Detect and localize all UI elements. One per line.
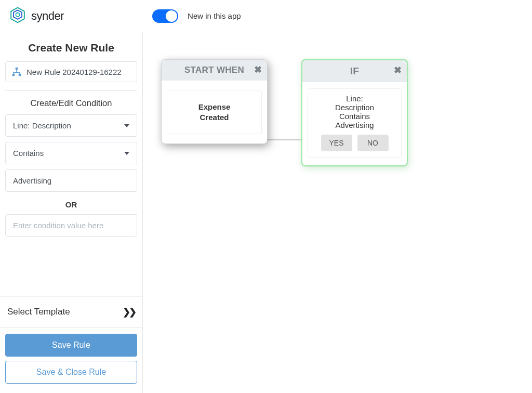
condition-section-title: Create/Edit Condition xyxy=(5,98,137,108)
or-label: OR xyxy=(5,200,137,209)
brand-logo: synder xyxy=(9,7,64,25)
close-icon[interactable]: ✖ xyxy=(394,64,402,76)
rule-name-field[interactable]: New Rule 20240129-16222 xyxy=(5,61,137,82)
svg-marker-1 xyxy=(14,10,22,19)
start-when-header: START WHEN ✖ xyxy=(162,60,267,81)
svg-rect-4 xyxy=(12,74,15,76)
select-template-row[interactable]: Select Template ❯❯ xyxy=(0,296,142,327)
app-header: synder New in this app xyxy=(0,0,532,32)
if-line-3: Contains xyxy=(311,112,398,121)
new-in-app-toggle[interactable] xyxy=(152,9,178,23)
if-header: IF ✖ xyxy=(302,60,407,82)
rule-name-text: New Rule 20240129-16222 xyxy=(26,68,122,76)
svg-point-2 xyxy=(16,12,19,16)
synder-logo-icon xyxy=(9,7,26,25)
select-template-label: Select Template xyxy=(7,307,70,317)
sidebar-title: Create New Rule xyxy=(5,42,137,54)
if-node[interactable]: IF ✖ Line: Description Contains Advertis… xyxy=(301,59,408,166)
header-toggle-group: New in this app xyxy=(152,9,241,23)
if-yes-button[interactable]: YES xyxy=(321,135,352,151)
divider xyxy=(5,90,137,91)
condition-operator-select[interactable]: Contains xyxy=(5,142,137,164)
condition-alt-value-input[interactable] xyxy=(5,214,137,237)
if-no-button[interactable]: NO xyxy=(357,135,389,151)
if-line-2: Description xyxy=(311,103,398,112)
new-in-app-label: New in this app xyxy=(188,11,241,20)
sitemap-icon xyxy=(12,67,21,76)
close-icon[interactable]: ✖ xyxy=(254,64,262,75)
start-when-title: START WHEN xyxy=(184,65,244,75)
brand-name: synder xyxy=(31,9,64,23)
double-chevron-right-icon: ❯❯ xyxy=(123,306,135,318)
condition-field-select[interactable]: Line: Description xyxy=(5,114,137,137)
save-close-rule-button[interactable]: Save & Close Rule xyxy=(5,361,137,384)
if-line-4: Advertising xyxy=(311,121,398,129)
svg-rect-5 xyxy=(19,74,21,76)
start-when-body: ExpenseCreated xyxy=(167,90,262,134)
condition-field-value: Line: Description xyxy=(13,121,71,130)
condition-value-input[interactable] xyxy=(5,169,137,192)
condition-operator-value: Contains xyxy=(13,149,44,158)
if-body: Line: Description Contains Advertising Y… xyxy=(308,88,402,158)
if-line-1: Line: xyxy=(311,94,398,103)
chevron-down-icon xyxy=(124,152,129,155)
chevron-down-icon xyxy=(124,124,129,127)
rule-sidebar: Create New Rule New Rule 20240129-16222 … xyxy=(0,32,143,393)
rule-canvas[interactable]: START WHEN ✖ ExpenseCreated IF ✖ Line: xyxy=(143,32,532,393)
sidebar-footer: Save Rule Save & Close Rule xyxy=(0,327,142,393)
save-rule-button[interactable]: Save Rule xyxy=(5,334,137,357)
node-connector xyxy=(267,139,302,140)
start-when-node[interactable]: START WHEN ✖ ExpenseCreated xyxy=(161,59,268,144)
svg-rect-3 xyxy=(16,68,18,70)
if-title: IF xyxy=(350,66,360,77)
